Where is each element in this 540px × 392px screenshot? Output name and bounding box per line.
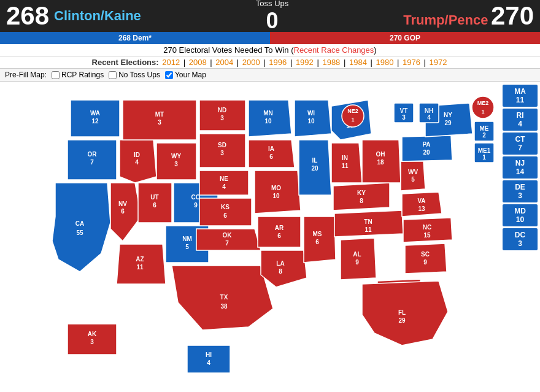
state-il[interactable] (299, 140, 331, 195)
state-sc[interactable] (405, 244, 447, 274)
state-me2-circle[interactable] (472, 96, 494, 118)
state-nv[interactable] (110, 183, 141, 241)
state-ut[interactable] (138, 183, 172, 223)
state-tn[interactable] (334, 210, 403, 237)
state-fl[interactable] (362, 281, 448, 345)
your-map-text: Your Map (175, 71, 206, 79)
state-nc[interactable] (403, 218, 452, 242)
state-vt-rect[interactable] (394, 103, 414, 123)
state-me-rect[interactable] (474, 121, 494, 141)
state-sd[interactable] (199, 134, 245, 167)
state-in[interactable] (331, 143, 362, 183)
year-2000[interactable]: 2000 (242, 58, 260, 67)
your-map-checkbox[interactable] (165, 71, 173, 79)
map-container: WA 12 OR 7 CA 55 NV 6 ID 4 MT 3 WY 3 UT … (0, 82, 540, 382)
year-1980[interactable]: 1980 (376, 58, 393, 67)
trump-side: Trump/Pence 270 (403, 1, 534, 31)
state-hi[interactable] (187, 345, 230, 373)
your-map-label[interactable]: Your Map (165, 71, 206, 79)
state-wy[interactable] (156, 143, 196, 180)
rcp-ratings-label[interactable]: RCP Ratings (52, 71, 104, 79)
state-wv[interactable] (401, 161, 425, 191)
state-az[interactable] (117, 244, 166, 284)
electoral-map[interactable]: WA 12 OR 7 CA 55 NV 6 ID 4 MT 3 WY 3 UT … (0, 82, 540, 382)
no-toss-ups-label[interactable]: No Toss Ups (109, 71, 160, 79)
year-2004[interactable]: 2004 (215, 58, 233, 67)
state-ak[interactable] (68, 324, 117, 355)
state-ne[interactable] (199, 171, 249, 195)
trump-score: 270 (491, 1, 534, 30)
sidebar-state-md[interactable]: MD10 (503, 204, 538, 226)
state-la[interactable] (261, 250, 307, 287)
trump-name: Trump/Pence (403, 12, 488, 28)
sidebar-state-ri[interactable]: RI4 (503, 109, 538, 131)
state-tx[interactable] (172, 266, 273, 330)
year-1984[interactable]: 1984 (349, 58, 367, 67)
year-1972[interactable]: 1972 (430, 58, 447, 67)
year-1976[interactable]: 1976 (403, 58, 420, 67)
state-mo[interactable] (255, 171, 301, 213)
state-ks[interactable] (199, 198, 252, 226)
state-wa[interactable] (71, 100, 120, 137)
state-ca[interactable] (52, 183, 110, 272)
recent-elections-label: Recent Elections: (92, 58, 159, 67)
rcp-ratings-checkbox[interactable] (52, 71, 60, 79)
dem-bar: 268 Dem* (0, 32, 270, 44)
gop-bar: 270 GOP (270, 32, 540, 44)
no-toss-ups-checkbox[interactable] (109, 71, 117, 79)
toss-ups-label: Toss Ups (141, 0, 403, 8)
sidebar-state-de[interactable]: DE3 (503, 180, 538, 202)
year-1988[interactable]: 1988 (322, 58, 340, 67)
state-ar[interactable] (258, 217, 301, 247)
year-2008[interactable]: 2008 (189, 58, 207, 67)
no-toss-ups-text: No Toss Ups (118, 71, 160, 79)
state-oh[interactable] (362, 140, 401, 183)
electoral-needed-text: 270 Electoral Votes Needed To Win (163, 45, 288, 55)
state-id[interactable] (120, 140, 156, 183)
state-ky[interactable] (333, 183, 390, 210)
year-1996[interactable]: 1996 (269, 58, 287, 67)
state-va[interactable] (402, 192, 442, 217)
state-al[interactable] (341, 238, 376, 280)
sidebar-state-nj[interactable]: NJ14 (503, 156, 538, 179)
clinton-score: 268 (6, 1, 49, 31)
year-2012[interactable]: 2012 (162, 58, 180, 67)
state-me1-rect[interactable] (474, 143, 494, 163)
year-1992[interactable]: 1992 (296, 58, 314, 67)
state-ms[interactable] (304, 217, 336, 263)
state-mt[interactable] (123, 100, 196, 140)
state-ok[interactable] (196, 229, 261, 250)
sidebar-state-ma[interactable]: MA11 (503, 85, 538, 107)
sidebar-state-dc[interactable]: DC3 (503, 228, 538, 250)
recent-elections-bar: Recent Elections: 2012 | 2008 | 2004 | 2… (0, 56, 540, 69)
clinton-name: Clinton/Kaine (54, 8, 141, 24)
recent-race-changes-link[interactable]: Recent Race Changes (294, 45, 374, 55)
sidebar-state-ct[interactable]: CT7 (503, 133, 538, 155)
state-pa[interactable] (402, 136, 452, 161)
state-ia[interactable] (249, 140, 295, 167)
state-wi[interactable] (295, 100, 331, 137)
sidebar-states: MA11 RI4 CT7 NJ14 DE3 MD10 DC3 (500, 82, 540, 253)
state-ne2-circle[interactable] (342, 105, 364, 127)
prefill-label: Pre-Fill Map: (5, 71, 47, 79)
toss-ups-value: 0 (141, 8, 403, 34)
state-or[interactable] (68, 140, 117, 180)
header: 268 Clinton/Kaine Toss Ups 0 Trump/Pence… (0, 0, 540, 32)
prefill-bar: Pre-Fill Map: RCP Ratings No Toss Ups Yo… (0, 69, 540, 82)
electoral-info: 270 Electoral Votes Needed To Win (Recen… (0, 44, 540, 56)
rcp-ratings-text: RCP Ratings (61, 71, 104, 79)
state-mn[interactable] (249, 100, 291, 137)
state-nh-rect[interactable] (419, 103, 439, 123)
party-bars: 268 Dem* 270 GOP (0, 32, 540, 44)
state-nd[interactable] (199, 100, 245, 131)
toss-ups-section: Toss Ups 0 (141, 0, 403, 34)
